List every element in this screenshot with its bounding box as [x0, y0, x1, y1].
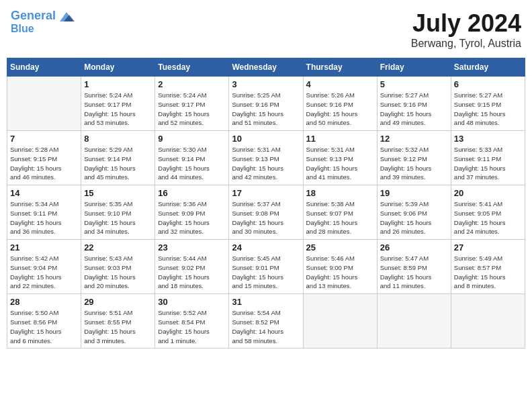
calendar-cell: 23Sunrise: 5:44 AMSunset: 9:02 PMDayligh… [155, 240, 229, 294]
calendar-cell: 1Sunrise: 5:24 AMSunset: 9:17 PMDaylight… [81, 77, 155, 131]
day-info: Sunrise: 5:34 AMSunset: 9:11 PMDaylight:… [10, 199, 78, 236]
calendar-cell: 29Sunrise: 5:51 AMSunset: 8:55 PMDayligh… [81, 294, 155, 349]
calendar-cell: 12Sunrise: 5:32 AMSunset: 9:12 PMDayligh… [377, 131, 451, 185]
calendar-cell: 7Sunrise: 5:28 AMSunset: 9:15 PMDaylight… [7, 131, 81, 185]
day-info: Sunrise: 5:31 AMSunset: 9:13 PMDaylight:… [232, 145, 300, 182]
calendar-cell: 9Sunrise: 5:30 AMSunset: 9:14 PMDaylight… [155, 131, 229, 185]
day-info: Sunrise: 5:33 AMSunset: 9:11 PMDaylight:… [454, 145, 522, 182]
weekday-header-monday: Monday [81, 58, 155, 77]
calendar-cell: 25Sunrise: 5:46 AMSunset: 9:00 PMDayligh… [303, 240, 377, 294]
calendar-cell: 11Sunrise: 5:31 AMSunset: 9:13 PMDayligh… [303, 131, 377, 185]
calendar-cell: 13Sunrise: 5:33 AMSunset: 9:11 PMDayligh… [451, 131, 525, 185]
day-info: Sunrise: 5:25 AMSunset: 9:16 PMDaylight:… [232, 91, 300, 128]
day-number: 3 [232, 79, 300, 89]
day-info: Sunrise: 5:39 AMSunset: 9:06 PMDaylight:… [380, 199, 448, 236]
calendar-cell: 22Sunrise: 5:43 AMSunset: 9:03 PMDayligh… [81, 240, 155, 294]
day-number: 30 [158, 297, 226, 307]
weekday-header-row: SundayMondayTuesdayWednesdayThursdayFrid… [7, 58, 525, 77]
day-number: 20 [454, 188, 522, 198]
day-number: 19 [380, 188, 448, 198]
day-info: Sunrise: 5:43 AMSunset: 9:03 PMDaylight:… [84, 254, 152, 291]
calendar-week-4: 21Sunrise: 5:42 AMSunset: 9:04 PMDayligh… [7, 240, 525, 294]
day-number: 8 [84, 134, 152, 144]
day-number: 18 [306, 188, 374, 198]
day-number: 15 [84, 188, 152, 198]
weekday-header-sunday: Sunday [7, 58, 81, 77]
day-info: Sunrise: 5:51 AMSunset: 8:55 PMDaylight:… [84, 308, 152, 345]
page-header: General Blue July 2024 Berwang, Tyrol, A… [7, 7, 525, 52]
day-number: 7 [10, 134, 78, 144]
weekday-header-wednesday: Wednesday [229, 58, 303, 77]
day-info: Sunrise: 5:27 AMSunset: 9:16 PMDaylight:… [380, 91, 448, 128]
day-info: Sunrise: 5:28 AMSunset: 9:15 PMDaylight:… [10, 145, 78, 182]
day-number: 26 [380, 242, 448, 253]
title-area: July 2024 Berwang, Tyrol, Austria [411, 9, 521, 50]
calendar-cell [303, 294, 377, 349]
calendar-cell: 6Sunrise: 5:27 AMSunset: 9:15 PMDaylight… [451, 77, 525, 131]
calendar-cell [377, 294, 451, 349]
calendar-cell: 8Sunrise: 5:29 AMSunset: 9:14 PMDaylight… [81, 131, 155, 185]
day-number: 4 [306, 79, 374, 89]
day-number: 11 [306, 134, 374, 144]
calendar-cell: 26Sunrise: 5:47 AMSunset: 8:59 PMDayligh… [377, 240, 451, 294]
day-number: 9 [158, 134, 226, 144]
logo-text: General [11, 9, 56, 23]
day-info: Sunrise: 5:44 AMSunset: 9:02 PMDaylight:… [158, 254, 226, 291]
calendar-cell: 20Sunrise: 5:41 AMSunset: 9:05 PMDayligh… [451, 185, 525, 240]
calendar-week-1: 1Sunrise: 5:24 AMSunset: 9:17 PMDaylight… [7, 77, 525, 131]
day-info: Sunrise: 5:45 AMSunset: 9:01 PMDaylight:… [232, 254, 300, 291]
day-number: 16 [158, 188, 226, 198]
day-info: Sunrise: 5:31 AMSunset: 9:13 PMDaylight:… [306, 145, 374, 182]
day-info: Sunrise: 5:24 AMSunset: 9:17 PMDaylight:… [158, 91, 226, 128]
calendar-body: 1Sunrise: 5:24 AMSunset: 9:17 PMDaylight… [7, 77, 525, 349]
calendar-cell [7, 77, 81, 131]
calendar-cell: 27Sunrise: 5:49 AMSunset: 8:57 PMDayligh… [451, 240, 525, 294]
weekday-header-saturday: Saturday [451, 58, 525, 77]
day-info: Sunrise: 5:54 AMSunset: 8:52 PMDaylight:… [232, 308, 300, 345]
calendar-cell: 31Sunrise: 5:54 AMSunset: 8:52 PMDayligh… [229, 294, 303, 349]
calendar-week-5: 28Sunrise: 5:50 AMSunset: 8:56 PMDayligh… [7, 294, 525, 349]
day-number: 17 [232, 188, 300, 198]
weekday-header-thursday: Thursday [303, 58, 377, 77]
day-number: 22 [84, 242, 152, 253]
calendar-cell: 10Sunrise: 5:31 AMSunset: 9:13 PMDayligh… [229, 131, 303, 185]
day-number: 21 [10, 242, 78, 253]
day-number: 31 [232, 297, 300, 307]
day-number: 27 [454, 242, 522, 253]
day-info: Sunrise: 5:46 AMSunset: 9:00 PMDaylight:… [306, 254, 374, 291]
day-info: Sunrise: 5:47 AMSunset: 8:59 PMDaylight:… [380, 254, 448, 291]
calendar-cell: 21Sunrise: 5:42 AMSunset: 9:04 PMDayligh… [7, 240, 81, 294]
calendar-cell: 24Sunrise: 5:45 AMSunset: 9:01 PMDayligh… [229, 240, 303, 294]
day-info: Sunrise: 5:24 AMSunset: 9:17 PMDaylight:… [84, 91, 152, 128]
day-number: 2 [158, 79, 226, 89]
day-info: Sunrise: 5:32 AMSunset: 9:12 PMDaylight:… [380, 145, 448, 182]
logo-blue-text: Blue [11, 23, 34, 35]
calendar-cell: 18Sunrise: 5:38 AMSunset: 9:07 PMDayligh… [303, 185, 377, 240]
weekday-header-friday: Friday [377, 58, 451, 77]
calendar-cell: 17Sunrise: 5:37 AMSunset: 9:08 PMDayligh… [229, 185, 303, 240]
weekday-header-tuesday: Tuesday [155, 58, 229, 77]
day-number: 28 [10, 297, 78, 307]
day-info: Sunrise: 5:26 AMSunset: 9:16 PMDaylight:… [306, 91, 374, 128]
calendar-cell: 19Sunrise: 5:39 AMSunset: 9:06 PMDayligh… [377, 185, 451, 240]
calendar-cell: 16Sunrise: 5:36 AMSunset: 9:09 PMDayligh… [155, 185, 229, 240]
day-number: 23 [158, 242, 226, 253]
day-number: 29 [84, 297, 152, 307]
day-info: Sunrise: 5:52 AMSunset: 8:54 PMDaylight:… [158, 308, 226, 345]
day-info: Sunrise: 5:50 AMSunset: 8:56 PMDaylight:… [10, 308, 78, 345]
day-number: 14 [10, 188, 78, 198]
logo: General Blue [11, 9, 76, 35]
day-info: Sunrise: 5:30 AMSunset: 9:14 PMDaylight:… [158, 145, 226, 182]
day-info: Sunrise: 5:38 AMSunset: 9:07 PMDaylight:… [306, 199, 374, 236]
day-info: Sunrise: 5:37 AMSunset: 9:08 PMDaylight:… [232, 199, 300, 236]
day-number: 13 [454, 134, 522, 144]
calendar-cell: 15Sunrise: 5:35 AMSunset: 9:10 PMDayligh… [81, 185, 155, 240]
calendar-cell: 14Sunrise: 5:34 AMSunset: 9:11 PMDayligh… [7, 185, 81, 240]
day-info: Sunrise: 5:42 AMSunset: 9:04 PMDaylight:… [10, 254, 78, 291]
calendar-table: SundayMondayTuesdayWednesdayThursdayFrid… [7, 58, 525, 349]
month-title: July 2024 [411, 9, 521, 38]
calendar-cell: 28Sunrise: 5:50 AMSunset: 8:56 PMDayligh… [7, 294, 81, 349]
day-number: 6 [454, 79, 522, 89]
calendar-cell: 4Sunrise: 5:26 AMSunset: 9:16 PMDaylight… [303, 77, 377, 131]
day-info: Sunrise: 5:29 AMSunset: 9:14 PMDaylight:… [84, 145, 152, 182]
